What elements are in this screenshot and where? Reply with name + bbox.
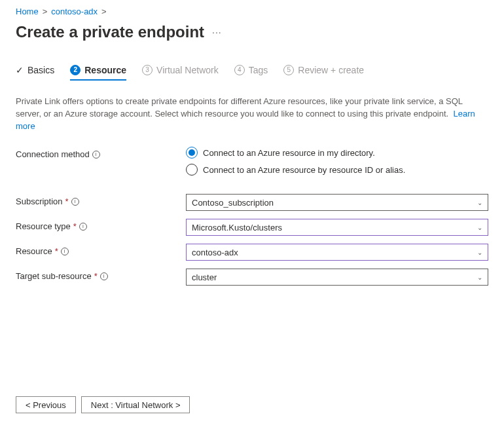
next-button[interactable]: Next : Virtual Network >	[81, 396, 190, 413]
chevron-down-icon: ⌄	[477, 249, 482, 256]
tab-label: Basics	[27, 65, 54, 75]
step-number-icon: 2	[70, 65, 81, 75]
connection-method-label: Connection method	[16, 149, 90, 159]
chevron-right-icon: >	[43, 7, 48, 16]
wizard-footer: < Previous Next : Virtual Network >	[16, 396, 190, 413]
tab-virtual-network[interactable]: 3 Virtual Network	[142, 65, 219, 81]
page-title: Create a private endpoint	[16, 23, 204, 41]
chevron-down-icon: ⌄	[477, 199, 482, 206]
breadcrumb-resource[interactable]: contoso-adx	[51, 7, 98, 16]
previous-button[interactable]: < Previous	[16, 396, 76, 413]
description-text: Private Link offers options to create pr…	[16, 96, 463, 119]
select-value: cluster	[192, 272, 217, 282]
tab-review-create[interactable]: 5 Review + create	[283, 65, 364, 81]
info-icon[interactable]: i	[79, 223, 87, 231]
required-indicator: *	[65, 196, 69, 206]
required-indicator: *	[55, 246, 58, 256]
breadcrumb: Home > contoso-adx >	[16, 7, 488, 16]
wizard-tabs: ✓ Basics 2 Resource 3 Virtual Network 4 …	[16, 65, 488, 81]
radio-connect-directory[interactable]: Connect to an Azure resource in my direc…	[186, 147, 488, 159]
required-indicator: *	[73, 221, 77, 231]
tab-label: Review + create	[298, 65, 364, 75]
select-value: Contoso_subscription	[192, 198, 274, 208]
resource-select[interactable]: contoso-adx ⌄	[186, 244, 488, 261]
resource-type-label: Resource type	[16, 221, 71, 231]
chevron-right-icon: >	[101, 7, 107, 16]
chevron-down-icon: ⌄	[477, 224, 482, 231]
check-icon: ✓	[16, 65, 24, 75]
info-icon[interactable]: i	[92, 151, 100, 159]
radio-connect-by-id[interactable]: Connect to an Azure resource by resource…	[186, 164, 488, 176]
subscription-label: Subscription	[16, 196, 63, 206]
breadcrumb-home[interactable]: Home	[16, 7, 39, 16]
tab-basics[interactable]: ✓ Basics	[16, 65, 54, 81]
required-indicator: *	[94, 271, 98, 281]
radio-label: Connect to an Azure resource by resource…	[203, 165, 405, 175]
target-sub-resource-select[interactable]: cluster ⌄	[186, 269, 488, 286]
tab-label: Virtual Network	[156, 65, 219, 75]
more-icon[interactable]: ···	[212, 27, 222, 37]
target-sub-resource-label: Target sub-resource	[16, 271, 92, 281]
radio-icon	[186, 147, 198, 159]
tab-label: Tags	[249, 65, 268, 75]
step-number-icon: 4	[234, 65, 245, 75]
resource-label: Resource	[16, 246, 52, 256]
select-value: Microsoft.Kusto/clusters	[192, 223, 282, 233]
step-number-icon: 5	[283, 65, 294, 75]
info-icon[interactable]: i	[100, 272, 108, 280]
subscription-select[interactable]: Contoso_subscription ⌄	[186, 194, 488, 211]
tab-resource[interactable]: 2 Resource	[70, 65, 126, 81]
select-value: contoso-adx	[192, 248, 238, 257]
tab-description: Private Link offers options to create pr…	[16, 95, 488, 132]
step-number-icon: 3	[142, 65, 153, 75]
connection-method-radio-group: Connect to an Azure resource in my direc…	[186, 147, 488, 176]
tab-label: Resource	[84, 65, 126, 75]
tab-tags[interactable]: 4 Tags	[234, 65, 268, 81]
chevron-down-icon: ⌄	[477, 274, 482, 281]
resource-type-select[interactable]: Microsoft.Kusto/clusters ⌄	[186, 219, 488, 236]
radio-icon	[186, 164, 198, 176]
info-icon[interactable]: i	[61, 248, 69, 255]
info-icon[interactable]: i	[71, 198, 79, 206]
radio-label: Connect to an Azure resource in my direc…	[203, 148, 375, 158]
